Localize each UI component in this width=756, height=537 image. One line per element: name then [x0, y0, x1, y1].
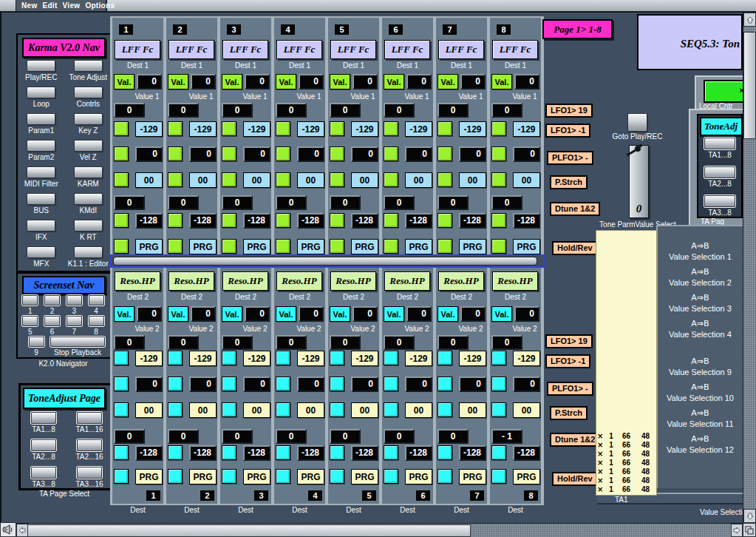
param-toggle[interactable] [168, 239, 183, 254]
param-display[interactable]: 0 [437, 429, 469, 444]
param-display[interactable]: 0 [384, 335, 415, 350]
param-toggle[interactable] [168, 469, 183, 484]
karma-vel-z-button[interactable] [74, 140, 103, 152]
param-value[interactable]: PRG [297, 239, 324, 254]
param-value[interactable]: 0 [513, 146, 540, 162]
param-badge-plfo1[interactable]: PLFO1> - [547, 151, 593, 165]
dest2-button[interactable]: Reso.HP [115, 271, 160, 291]
param-value[interactable]: -129 [351, 121, 378, 137]
value-selection-item[interactable]: A⇒BValue Selection 3 [658, 293, 743, 313]
param-value[interactable]: 0 [135, 146, 163, 162]
param-display[interactable]: 0 [168, 103, 199, 118]
param-display[interactable]: 0 [491, 103, 522, 118]
param-value[interactable]: -128 [405, 445, 432, 461]
param-toggle[interactable] [330, 239, 344, 254]
param-display[interactable]: 0 [330, 335, 361, 350]
param-toggle[interactable] [222, 445, 236, 460]
param-value[interactable]: -129 [189, 351, 217, 366]
param-toggle[interactable] [276, 213, 290, 228]
param-toggle[interactable] [384, 351, 398, 365]
param-toggle[interactable] [384, 146, 398, 161]
param-value[interactable]: 00 [297, 402, 324, 418]
param-value[interactable]: -128 [297, 213, 324, 229]
value1-display[interactable]: 0 [191, 74, 216, 90]
param-toggle[interactable] [276, 146, 290, 161]
dest2-button[interactable]: Reso.HP [384, 271, 430, 291]
param-toggle[interactable] [330, 445, 344, 460]
param-toggle[interactable] [491, 469, 506, 484]
param-badge-p-strch[interactable]: P.Strch [550, 406, 588, 420]
param-value[interactable]: -128 [351, 213, 378, 229]
param-value[interactable]: -128 [135, 445, 163, 461]
screenset-8-button[interactable] [89, 316, 104, 326]
dest1-button[interactable]: LFF Fc [168, 40, 214, 59]
ta-row[interactable]: ×16648 [596, 441, 656, 450]
param-toggle[interactable] [437, 121, 452, 136]
ta-row[interactable]: ×16648 [596, 450, 656, 459]
dest2-button[interactable]: Reso.HP [330, 271, 376, 291]
param-value[interactable]: 00 [513, 402, 540, 418]
param-toggle[interactable] [168, 172, 183, 187]
local-control-button[interactable]: × [704, 80, 746, 103]
param-value[interactable]: -129 [513, 351, 540, 366]
param-value[interactable]: 0 [297, 146, 324, 162]
screenset-2-button[interactable] [44, 295, 60, 305]
param-value[interactable]: PRG [135, 469, 163, 484]
param-badge-plfo1[interactable]: PLFO1> - [547, 382, 593, 396]
param-display[interactable]: 0 [222, 335, 253, 350]
param-toggle[interactable] [276, 239, 290, 254]
scroll-left-arrow[interactable] [16, 524, 28, 537]
param-value[interactable]: -128 [189, 213, 217, 229]
param-toggle[interactable] [222, 213, 236, 228]
value1-display[interactable]: 0 [460, 74, 486, 90]
param-value[interactable]: -129 [243, 351, 270, 366]
param-value[interactable]: -129 [459, 121, 486, 137]
param-value[interactable]: PRG [189, 239, 217, 254]
param-toggle[interactable] [276, 172, 290, 187]
param-display[interactable]: 0 [384, 429, 415, 444]
param-value[interactable]: 00 [405, 172, 432, 188]
karma-karm-button[interactable] [74, 166, 103, 178]
value2-display[interactable]: 0 [299, 306, 324, 322]
dest1-button[interactable]: LFF Fc [276, 40, 322, 59]
vertical-scroll-thumb[interactable] [743, 32, 756, 139]
param-toggle[interactable] [330, 172, 344, 187]
param-display[interactable]: 0 [276, 335, 307, 350]
param-value[interactable]: PRG [459, 239, 486, 254]
dest1-button[interactable]: LFF Fc [115, 40, 160, 59]
value1-display[interactable]: 0 [245, 74, 270, 90]
param-value[interactable]: -128 [513, 213, 540, 229]
param-toggle[interactable] [114, 469, 129, 484]
param-toggle[interactable] [384, 445, 398, 460]
param-toggle[interactable] [330, 351, 344, 365]
param-value[interactable]: PRG [351, 239, 378, 254]
param-value[interactable]: PRG [297, 469, 324, 484]
dest2-button[interactable]: Reso.HP [276, 271, 322, 291]
value2-display[interactable]: 0 [245, 306, 270, 322]
param-toggle[interactable] [168, 121, 183, 136]
value1-display[interactable]: 0 [353, 74, 378, 90]
param-toggle[interactable] [437, 402, 452, 417]
param-toggle[interactable] [114, 121, 129, 136]
param-value[interactable]: -128 [405, 213, 432, 229]
param-value[interactable]: 0 [189, 376, 217, 392]
section-divider-slider[interactable] [110, 254, 545, 268]
param-value[interactable]: -129 [459, 351, 486, 366]
screenset-4-button[interactable] [89, 295, 104, 305]
param-toggle[interactable] [276, 469, 290, 484]
param-toggle[interactable] [330, 213, 344, 228]
param-value[interactable]: PRG [243, 239, 270, 254]
param-toggle[interactable] [114, 239, 129, 254]
karma-key-z-button[interactable] [74, 113, 103, 125]
ta-row[interactable]: ×16648 [596, 432, 656, 441]
param-value[interactable]: PRG [351, 469, 378, 484]
param-value[interactable]: PRG [513, 239, 540, 254]
screenset-5-button[interactable] [22, 316, 38, 326]
param-value[interactable]: 00 [459, 172, 486, 188]
value2-display[interactable]: 0 [460, 306, 486, 322]
param-toggle[interactable] [222, 402, 236, 417]
param-badge-p-strch[interactable]: P.Strch [550, 175, 588, 189]
param-value[interactable]: -129 [135, 351, 163, 366]
param-value[interactable]: 00 [513, 172, 540, 188]
param-display[interactable]: 0 [437, 335, 469, 350]
